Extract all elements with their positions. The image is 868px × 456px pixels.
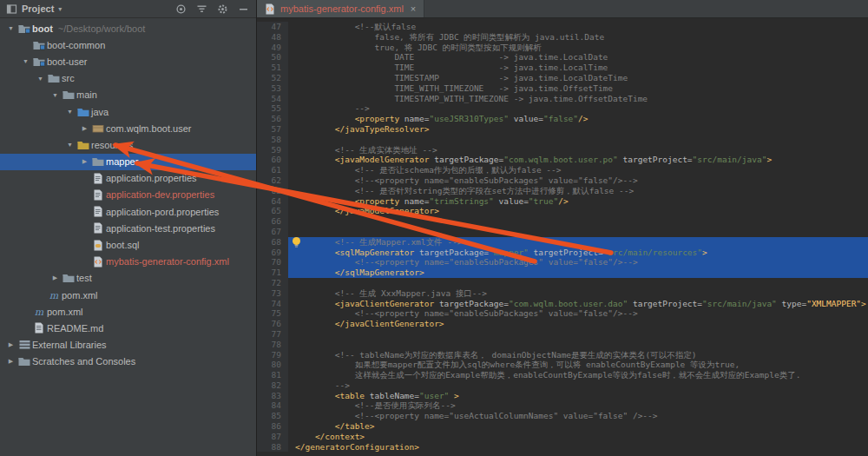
code-line-88[interactable]: 88</generatorConfiguration> [257,442,868,453]
code-line-75[interactable]: 75 <!--<property name="enableSubPackages… [257,308,868,319]
expand-arrow-icon[interactable]: ▼ [64,109,76,115]
collapse-arrow-icon[interactable]: ▶ [79,125,90,132]
tree-item-boot-user[interactable]: ▼boot-user [0,53,256,69]
project-panel-title[interactable]: Project [22,3,54,14]
tab-mybatis-generator-config-xml[interactable]: mybatis-generator-config.xml × [257,0,424,17]
code-line-84[interactable]: 84 <!--是否使用实际列名--> [257,400,868,411]
intention-bulb-icon[interactable] [291,236,302,248]
code-line-62[interactable]: 62 <!--<property name="enableSubPackages… [257,175,868,186]
code-line-48[interactable]: 48 false, 将所有 JDBC 的时间类型解析为 java.util.Da… [257,32,868,43]
code-line-72[interactable]: 72 [257,278,868,288]
code-line-87[interactable]: 87 </context> [257,432,868,442]
code-text [288,329,868,340]
tree-item-test[interactable]: ▶test [0,270,256,287]
code-line-71[interactable]: 71 </sqlMapGenerator> [257,268,868,278]
line-number: 79 [257,350,288,360]
tree-item-scratches-and-consoles[interactable]: ▶Scratches and Consoles [0,354,256,370]
code-line-86[interactable]: 86 </table> [257,421,868,432]
code-line-50[interactable]: 50 DATE -> java.time.LocalDate [257,52,868,63]
expand-arrow-icon[interactable]: ▼ [49,92,61,98]
collapse-arrow-icon[interactable]: ▶ [5,358,16,365]
code-line-52[interactable]: 52 TIMESTAMP -> java.time.LocalDateTime [257,73,868,83]
settings-gear-icon[interactable] [217,3,228,15]
tree-item-hint: ~/Desktop/work/boot [58,23,146,34]
tree-item-java[interactable]: ▼java [0,103,256,120]
code-text: <!--<property name="enableSubPackages" v… [288,175,868,186]
tree-item-boot-sql[interactable]: boot.sql [0,236,256,253]
code-line-76[interactable]: 76 </javaClientGenerator> [257,319,868,329]
code-line-64[interactable]: 64 <property name="trimStrings" value="t… [257,196,868,207]
line-number: 57 [257,124,288,135]
tree-item-application-properties[interactable]: application.properties [0,170,256,187]
tree-item-application-test-properties[interactable]: application-test.properties [0,220,256,236]
code-line-70[interactable]: 70 <!--<property name="enableSubPackages… [257,257,868,268]
tree-item-boot-common[interactable]: boot-common [0,36,256,53]
code-line-85[interactable]: 85 <!--<property name="useActualColumnNa… [257,411,868,421]
tree-item-pom-xml[interactable]: mpom.xml [0,303,256,320]
tree-item-external-libraries[interactable]: ▶External Libraries [0,337,256,354]
tree-item-application-pord-properties[interactable]: application-pord.properties [0,203,256,220]
code-line-81[interactable]: 81 这样就会生成一个对应的Example帮助类，enableCountByEx… [257,370,868,380]
tree-item-label: main [76,89,97,100]
code-text: <javaClientGenerator targetPackage="com.… [288,299,868,309]
code-line-74[interactable]: 74 <javaClientGenerator targetPackage="c… [257,299,868,309]
hide-panel-icon[interactable] [238,3,249,15]
code-line-59[interactable]: 59 <!-- 生成实体类地址 --> [257,145,868,155]
code-line-60[interactable]: 60 <javaModelGenerator targetPackage="co… [257,155,868,165]
collapse-arrow-icon[interactable]: ▶ [5,341,16,348]
tree-item-resources[interactable]: ▼resources [0,136,256,153]
tree-item-label: resources [91,140,133,150]
code-line-51[interactable]: 51 TIME -> java.time.LocalTime [257,63,868,73]
tree-item-main[interactable]: ▼main [0,87,256,103]
project-tool-icon [6,3,17,15]
code-line-73[interactable]: 73 <!-- 生成 XxxMapper.java 接口--> [257,288,868,299]
collapse-arrow-icon[interactable]: ▶ [49,274,61,281]
code-text [288,278,868,288]
code-line-58[interactable]: 58 [257,135,868,145]
code-line-69[interactable]: 69 <sqlMapGenerator targetPackage="mappe… [257,248,868,258]
collapse-all-icon[interactable] [196,3,207,15]
code-line-67[interactable]: 67 [257,227,868,237]
code-line-55[interactable]: 55 --> [257,103,868,114]
locate-file-icon[interactable] [175,3,187,15]
tree-item-src[interactable]: ▼src [0,70,256,87]
line-number: 63 [257,186,288,196]
code-line-68[interactable]: 68 <!-- 生成Mapper.xml文件 --> [257,237,868,248]
code-line-77[interactable]: 77 [257,329,868,340]
code-line-80[interactable]: 80 如果想要mapper配置文件加入sql的where条件查询，可以将 ena… [257,360,868,370]
tree-item-label: boot-user [47,56,87,67]
project-tree: ▼boot~/Desktop/work/bootboot-common▼boot… [0,18,256,456]
code-editor[interactable]: 47 <!--默认false48 false, 将所有 JDBC 的时间类型解析… [257,18,868,456]
code-line-61[interactable]: 61 <!-- 是否让schema作为包的后缀，默认为false --> [257,165,868,175]
chevron-down-icon[interactable]: ▾ [58,5,62,13]
tree-item-application-dev-properties[interactable]: application-dev.properties [0,187,256,203]
expand-arrow-icon[interactable]: ▼ [35,76,46,82]
code-line-53[interactable]: 53 TIME_WITH_TIMEZONE -> java.time.Offse… [257,83,868,94]
code-line-82[interactable]: 82 --> [257,380,868,391]
line-number: 83 [257,391,288,401]
code-line-47[interactable]: 47 <!--默认false [257,22,868,32]
tree-item-label: src [62,73,75,83]
code-line-63[interactable]: 63 <!-- 是否针对string类型的字段在set方法中进行修剪，默认fal… [257,186,868,196]
code-line-65[interactable]: 65 </javaModelGenerator> [257,206,868,216]
code-line-66[interactable]: 66 [257,216,868,227]
code-line-49[interactable]: 49 true, 将 JDBC 的时间类型按如下规则解析 [257,43,868,53]
code-line-57[interactable]: 57 </javaTypeResolver> [257,124,868,135]
expand-arrow-icon[interactable]: ▼ [64,142,76,148]
tree-item-mybatis-generator-config-xml[interactable]: mybatis-generator-config.xml [0,254,256,270]
tree-item-pom-xml[interactable]: mpom.xml [0,287,256,303]
panel-header-actions [175,3,249,15]
code-line-83[interactable]: 83 <table tableName="user" > [257,391,868,401]
code-line-56[interactable]: 56 <property name="useJSR310Types" value… [257,114,868,124]
tree-item-mapper[interactable]: ▶mapper [0,154,256,170]
expand-arrow-icon[interactable]: ▼ [5,25,16,31]
expand-arrow-icon[interactable]: ▼ [20,58,31,64]
close-tab-icon[interactable]: × [411,3,416,14]
code-line-78[interactable]: 78 [257,340,868,350]
tree-item-com-wqlm-boot-user[interactable]: ▶com.wqlm.boot.user [0,120,256,136]
code-line-54[interactable]: 54 TIMESTAMP_WITH_TIMEZONE -> java.time.… [257,94,868,104]
tree-item-boot[interactable]: ▼boot~/Desktop/work/boot [0,20,256,36]
collapse-arrow-icon[interactable]: ▶ [79,158,90,165]
tree-item-readme-md[interactable]: README.md [0,320,256,336]
code-line-79[interactable]: 79 <!-- tableName为对应的数据库表名， domainObject… [257,350,868,360]
